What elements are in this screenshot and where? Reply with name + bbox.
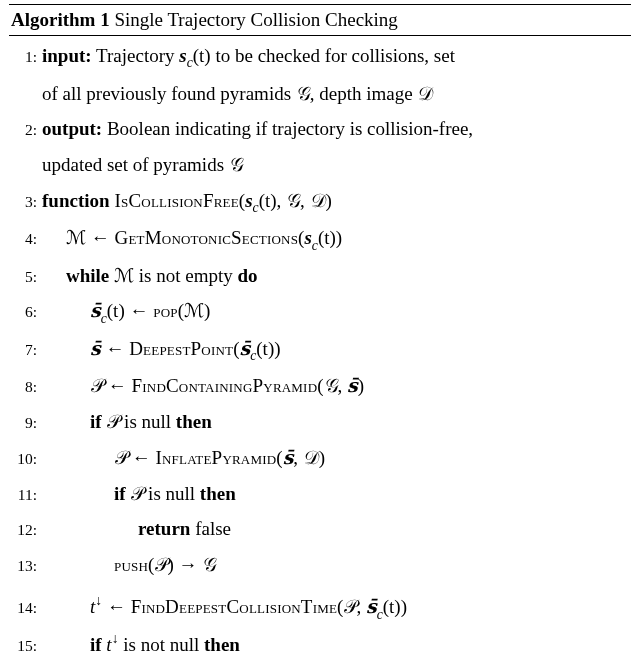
algo-line: 4: ℳ ← GetMonotonicSections(sc(t)) — [9, 220, 631, 258]
line-number: 1: — [9, 42, 42, 71]
algo-line: 6: s̄c(t) ← pop(ℳ) — [9, 293, 631, 331]
algorithm-name: Single Trajectory Collision Checking — [114, 9, 397, 30]
algo-line: 12: return false — [9, 511, 631, 547]
algo-line: 15: if t↓ is not null then — [9, 627, 631, 651]
algo-line: 5: while ℳ is not empty do — [9, 258, 631, 294]
algo-line: 9: if 𝒫 is null then — [9, 404, 631, 440]
algo-line: 13: push(𝒫) → 𝒢 — [9, 547, 631, 583]
algo-line: 3: function IsCollisionFree(sc(t), 𝒢, 𝒟) — [9, 183, 631, 221]
algo-line: 11: if 𝒫 is null then — [9, 476, 631, 512]
algo-line: 2: output: Boolean indicating if traject… — [9, 111, 631, 147]
algorithm-label: Algorithm 1 — [11, 9, 110, 30]
algorithm-title: Algorithm 1 Single Trajectory Collision … — [9, 5, 631, 35]
algo-line: 8: 𝒫 ← FindContainingPyramid(𝒢, s̄) — [9, 368, 631, 404]
algo-line: 10: 𝒫 ← InflatePyramid(s̄, 𝒟) — [9, 440, 631, 476]
algo-line-cont: of all previously found pyramids 𝒢, dept… — [9, 76, 631, 112]
algo-line: 14: t↓ ← FindDeepestCollisionTime(𝒫, s̄c… — [9, 589, 631, 627]
algorithm-block: Algorithm 1 Single Trajectory Collision … — [9, 4, 631, 651]
algo-line: 7: s̄ ← DeepestPoint(s̄c(t)) — [9, 331, 631, 369]
algo-line: 1: input: Trajectory sc(t) to be checked… — [9, 38, 631, 76]
line-content: input: Trajectory sc(t) to be checked fo… — [42, 38, 631, 76]
algorithm-body: 1: input: Trajectory sc(t) to be checked… — [9, 36, 631, 651]
algo-line-cont: updated set of pyramids 𝒢 — [9, 147, 631, 183]
